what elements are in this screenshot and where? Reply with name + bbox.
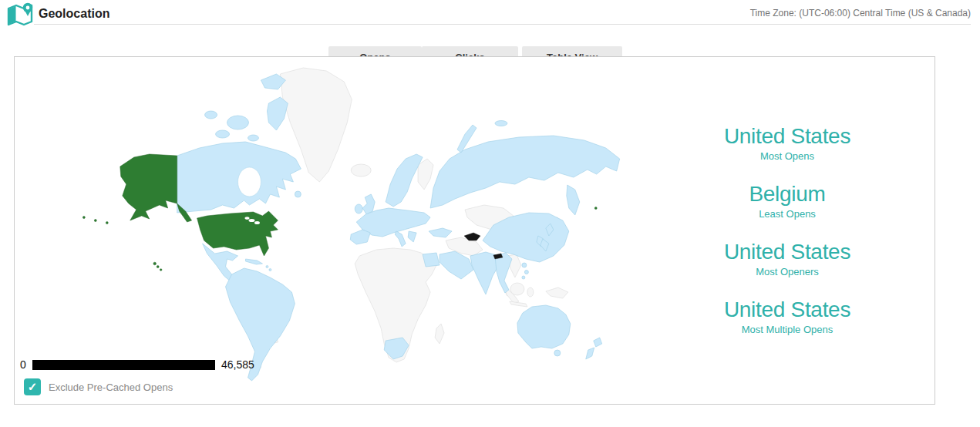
map-country-italy: [395, 231, 406, 247]
checkmark-icon: ✓: [28, 380, 38, 394]
map-country-ireland: [355, 204, 362, 214]
map-country-finland: [418, 159, 433, 190]
map-great-lake: [254, 221, 260, 224]
map-arctic-island: [216, 130, 230, 138]
map-arctic-island: [205, 111, 217, 119]
stat-most-opens-country: United States: [641, 125, 934, 148]
map-island-sulawesi: [527, 287, 534, 297]
map-arctic-island: [495, 121, 507, 126]
exclude-precached-checkbox[interactable]: ✓: [24, 378, 41, 395]
map-region-arabia: [439, 251, 473, 279]
map-caribbean-island: [269, 269, 271, 271]
map-region-balkans: [408, 231, 416, 242]
map-island-tasmania: [554, 350, 561, 356]
map-great-lake: [244, 217, 249, 220]
exclude-precached-label: Exclude Pre-Cached Opens: [49, 382, 173, 393]
map-aleutian-island: [94, 220, 96, 222]
map-region-hawaii: [160, 269, 162, 271]
map-country-egypt: [423, 253, 439, 267]
map-country-uk: [362, 194, 375, 214]
stat-most-multiple-opens-label: Most Multiple Opens: [641, 324, 934, 335]
map-arctic-island: [248, 135, 258, 141]
map-island-new-guinea: [546, 287, 568, 298]
map-location-icon: [6, 2, 35, 26]
map-country-new-zealand-south: [586, 348, 594, 359]
map-country-australia: [517, 305, 571, 348]
stat-least-opens-label: Least Opens: [641, 209, 934, 220]
page-title: Geolocation: [39, 7, 109, 21]
map-hudson-bay: [238, 167, 261, 197]
map-country-philippines: [524, 271, 528, 274]
map-region-hawaii: [157, 266, 159, 268]
map-region-iberia: [350, 230, 370, 244]
legend-min-value: 0: [20, 358, 26, 371]
stat-most-opens-label: Most Opens: [641, 151, 934, 162]
map-island-borneo: [510, 283, 524, 295]
map-region-scandinavia: [386, 154, 423, 207]
map-island-victoria: [227, 116, 249, 129]
stat-most-multiple-opens-country: United States: [641, 298, 934, 321]
map-us-pacific-island: [594, 207, 597, 210]
map-country-iceland: [351, 164, 371, 177]
map-aleutian-island: [106, 222, 108, 224]
header-divider: [34, 24, 971, 25]
map-country-philippines: [522, 276, 525, 279]
world-choropleth-map[interactable]: [15, 57, 935, 404]
map-island-cuba: [245, 259, 262, 264]
map-country-turkey: [429, 228, 452, 237]
stat-most-openers: United States Most Openers: [641, 240, 934, 277]
map-island-baffin: [267, 97, 288, 130]
legend-scale-bar: [32, 360, 215, 370]
stat-least-opens-country: Belgium: [641, 183, 934, 206]
stat-least-opens: Belgium Least Opens: [641, 183, 934, 220]
map-aleutian-island: [83, 217, 85, 219]
map-caribbean-island: [266, 266, 268, 268]
stat-most-openers-country: United States: [641, 240, 934, 264]
stat-most-opens: United States Most Opens: [641, 125, 934, 162]
geolocation-card: United States Most Opens Belgium Least O…: [14, 56, 935, 405]
map-great-lake: [248, 219, 254, 222]
map-country-thailand: [495, 253, 512, 293]
legend-max-value: 46,585: [221, 358, 254, 371]
map-island-java: [510, 301, 527, 307]
stat-most-multiple-opens: United States Most Multiple Opens: [641, 298, 934, 335]
map-region-kamchatka: [567, 185, 580, 215]
map-country-philippines: [522, 263, 527, 267]
map-region-hawaii: [153, 262, 157, 265]
map-region-alaska: [120, 154, 177, 220]
stat-most-openers-label: Most Openers: [641, 267, 934, 277]
timezone-label: Time Zone: (UTC-06:00) Central Time (US …: [750, 8, 971, 18]
map-island-newfoundland: [295, 191, 301, 197]
map-country-new-zealand-north: [594, 338, 602, 347]
map-country-madagascar: [435, 324, 444, 344]
